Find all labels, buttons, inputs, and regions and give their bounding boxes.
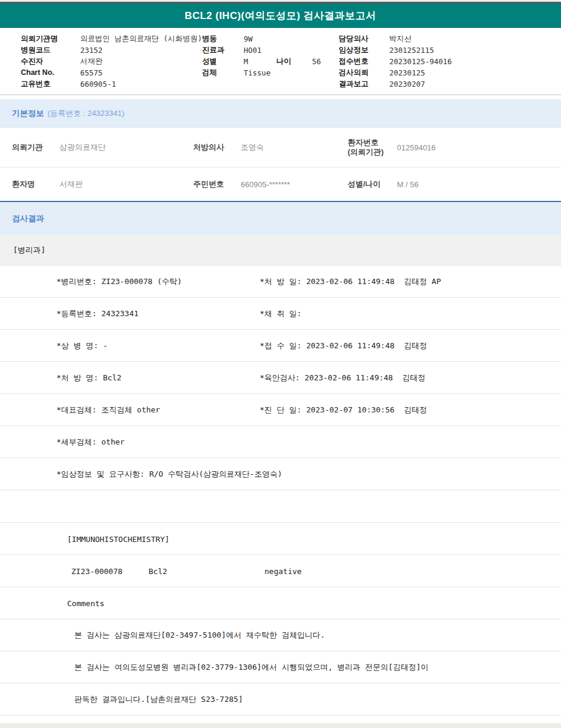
- info-label-patient-number: 환자번호(의뢰기관): [348, 138, 384, 157]
- info-label-line2: (의뢰기관): [348, 147, 384, 157]
- header-field-row: 진료과HO01: [202, 44, 336, 55]
- result-value: negative: [264, 566, 302, 575]
- info-label-line1: 성별/나이: [348, 179, 381, 189]
- header-field-value: 65575: [80, 68, 103, 77]
- header-field-label: 병동: [202, 33, 217, 43]
- result-row: Comments: [0, 587, 561, 619]
- result-left-text: *등록번호: 24323341: [56, 308, 138, 319]
- info-label-prescribing-doctor: 처방의사: [193, 142, 224, 153]
- registration-number: (등록번호 : 24323341): [48, 108, 124, 119]
- header-field-label: 고유번호: [21, 78, 51, 89]
- info-label-patient-name: 환자명: [12, 179, 35, 190]
- header-group-left: 의뢰기관명의료법인 남촌의료재단 (시화병원)병원코드23152수진자서재완Ch…: [21, 33, 199, 89]
- result-comment-text: 판독한 결과입니다.[남촌의료재단 S23-7285]: [74, 694, 243, 705]
- result-right-text: *접 수 일: 2023-02-06 11:49:48 김태정: [260, 341, 427, 351]
- basic-info-section-bar: 기본정보 (등록번호 : 24323341): [0, 99, 561, 128]
- header-field-label: 결과보고: [339, 78, 368, 89]
- department-row: [병리과]: [0, 235, 561, 266]
- result-row: 본 검사는 여의도성모병원 병리과[02-3779-1306]에서 시행되었으며…: [0, 651, 561, 683]
- info-label-line1: 환자번호: [348, 138, 384, 147]
- header-field-label: 의뢰기관명: [21, 33, 58, 43]
- header-field-row: 성별M나이56: [202, 55, 336, 67]
- header-info: 의뢰기관명의료법인 남촌의료재단 (시화병원)병원코드23152수진자서재완Ch…: [0, 28, 561, 94]
- result-rows: *병리번호: ZI23-000078 (수탁)*처 방 일: 2023-02-0…: [0, 266, 561, 716]
- result-row: *상 병 명: -*접 수 일: 2023-02-06 11:49:48 김태정: [0, 330, 561, 362]
- result-left-text: *병리번호: ZI23-000078 (수탁): [56, 276, 182, 287]
- basic-info-table: 의뢰기관 삼광의료재단 처방의사 조영숙 환자번호(의뢰기관) 01259401…: [0, 128, 561, 201]
- result-row: *대표검체: 조직검체 other*진 단 일: 2023-02-07 10:3…: [0, 394, 561, 426]
- result-row: *임상정보 및 요구사항: R/O 수탁검사(삼광의료재단-조영숙): [0, 458, 561, 490]
- header-field-label: 접수번호: [339, 56, 368, 66]
- header-field-value: M: [244, 56, 248, 65]
- header-field-label: 담당의사: [339, 33, 368, 43]
- header-field-row: 검체Tissue: [202, 67, 336, 78]
- result-right-text: *채 취 일:: [260, 308, 301, 319]
- header-field-label: Chart No.: [21, 68, 54, 77]
- header-field-value: 20230207: [389, 79, 425, 88]
- result-left-text: *임상정보 및 요구사항: R/O 수탁검사(삼광의료재단-조영숙): [56, 469, 282, 480]
- header-field-value: 20230125: [389, 68, 425, 77]
- results-section-title: 검사결과: [12, 213, 44, 224]
- result-left-text: *대표검체: 조직검체 other: [56, 405, 160, 415]
- result-row: [IMMUNOHISTOCHEMISTRY]: [0, 523, 561, 555]
- header-field-row: 담당의사박지선: [339, 33, 553, 44]
- header-field-label: 임상정보: [339, 45, 368, 55]
- header-field-value: 9W: [244, 34, 253, 43]
- header-field-value: Tissue: [244, 68, 270, 77]
- header-field-row: 수진자서재완: [21, 55, 199, 67]
- basic-info-row: 환자명 서재완 주민번호 660905-******* 성별/나이 M / 56: [0, 167, 561, 201]
- result-comment-text: 본 검사는 삼광의료재단[02-3497-5100]에서 재수탁한 검체입니다.: [74, 630, 325, 641]
- header-field-value: 660905-1: [80, 79, 116, 88]
- info-label-sex-age: 성별/나이: [348, 179, 381, 189]
- info-value-resident-number: 660905-*******: [241, 180, 290, 189]
- horizontal-scrollbar[interactable]: [0, 723, 561, 728]
- result-comment-text: 본 검사는 여의도성모병원 병리과[02-3779-1306]에서 시행되었으며…: [74, 662, 428, 673]
- header-field-label: 나이: [276, 56, 291, 66]
- result-left-text: *상 병 명: -: [56, 341, 108, 351]
- report-title: BCL2 (IHC)(여의도성모) 검사결과보고서: [185, 9, 376, 23]
- header-field-row: 임상정보2301252115: [339, 44, 553, 55]
- header-field-value: 56: [312, 56, 321, 65]
- result-row: [0, 490, 561, 523]
- result-right-text: *육안검사: 2023-02-06 11:49:48 김태정: [260, 373, 426, 383]
- header-field-value: 20230125-94016: [389, 56, 452, 65]
- result-row: *등록번호: 24323341*채 취 일:: [0, 298, 561, 330]
- result-section-heading: [IMMUNOHISTOCHEMISTRY]: [67, 534, 169, 543]
- header-field-value: 서재완: [80, 56, 103, 66]
- result-specimen-code: ZI23-000078: [71, 566, 122, 575]
- info-value-prescribing-doctor: 조영숙: [241, 142, 264, 153]
- header-group-right: 담당의사박지선임상정보2301252115접수번호20230125-94016검…: [339, 33, 553, 89]
- header-divider: [0, 94, 561, 95]
- basic-info-row: 의뢰기관 삼광의료재단 처방의사 조영숙 환자번호(의뢰기관) 01259401…: [0, 128, 561, 167]
- result-test-name: Bcl2: [149, 566, 167, 575]
- department-label: [병리과]: [13, 245, 46, 256]
- result-left-text: *처 방 명: Bcl2: [56, 373, 121, 383]
- basic-info-section-title: 기본정보: [12, 108, 44, 119]
- header-field-row: 병원코드23152: [21, 44, 199, 55]
- report-title-bar: BCL2 (IHC)(여의도성모) 검사결과보고서: [0, 4, 561, 28]
- info-value-referrer: 삼광의료재단: [59, 142, 106, 153]
- result-section-heading: Comments: [67, 598, 105, 607]
- header-field-label: 검사의뢰: [339, 67, 368, 77]
- result-row: *처 방 명: Bcl2*육안검사: 2023-02-06 11:49:48 김…: [0, 362, 561, 394]
- header-field-row: 병동9W: [202, 33, 336, 44]
- header-field-label: 병원코드: [21, 45, 51, 55]
- result-right-text: *처 방 일: 2023-02-06 11:49:48 김태정 AP: [260, 276, 441, 287]
- info-value-patient-name: 서재완: [59, 179, 83, 190]
- header-field-label: 성별: [202, 56, 217, 66]
- info-value-patient-number: 012594016: [397, 143, 436, 152]
- result-right-text: *진 단 일: 2023-02-07 10:30:56 김태정: [260, 405, 427, 415]
- header-field-label: 진료과: [202, 45, 225, 55]
- header-field-row: Chart No.65575: [21, 67, 199, 78]
- info-value-sex-age: M / 56: [397, 180, 418, 189]
- header-field-value: 2301252115: [389, 45, 434, 54]
- info-label-referrer: 의뢰기관: [12, 142, 43, 153]
- header-field-row: 의뢰기관명의료법인 남촌의료재단 (시화병원): [21, 33, 199, 44]
- header-field-label: 수진자: [21, 56, 43, 66]
- header-field-row: 결과보고20230207: [339, 78, 553, 89]
- header-field-row: 검사의뢰20230125: [339, 67, 553, 78]
- info-label-resident-number: 주민번호: [193, 179, 224, 190]
- result-row: 본 검사는 삼광의료재단[02-3497-5100]에서 재수탁한 검체입니다.: [0, 619, 561, 651]
- header-field-row: 고유번호660905-1: [21, 78, 199, 89]
- result-row: *병리번호: ZI23-000078 (수탁)*처 방 일: 2023-02-0…: [0, 266, 561, 298]
